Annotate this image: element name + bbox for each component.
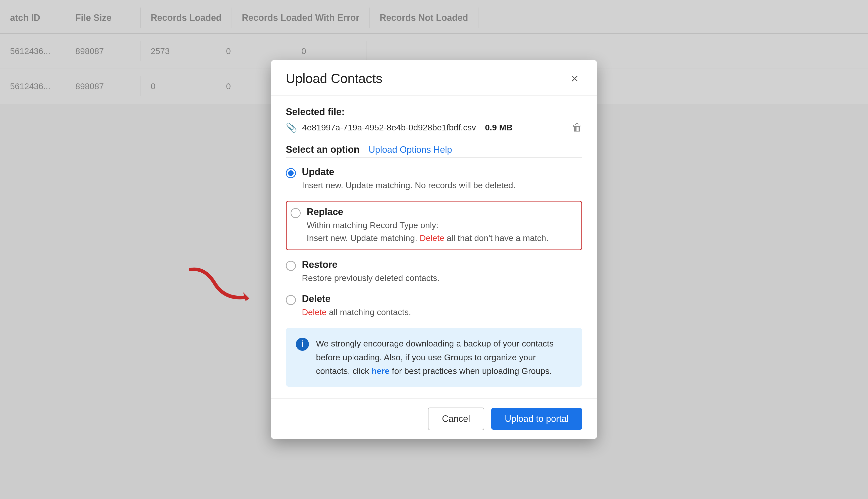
radio-restore-desc: Restore previously deleted contacts.	[302, 272, 439, 284]
radio-replace-content: Replace Within matching Record Type only…	[307, 207, 548, 244]
selected-file-label: Selected file:	[286, 107, 582, 117]
replace-delete-text: Delete	[420, 233, 444, 243]
modal-body: Selected file: 📎 4e81997a-719a-4952-8e4b…	[271, 96, 597, 398]
radio-option-restore[interactable]: Restore Restore previously deleted conta…	[286, 259, 582, 284]
modal-overlay: Upload Contacts × Selected file: 📎 4e819…	[0, 0, 868, 499]
radio-delete-content: Delete Delete all matching contacts.	[302, 293, 411, 319]
info-here-link[interactable]: here	[371, 366, 389, 376]
paperclip-icon: 📎	[286, 122, 297, 133]
modal-header: Upload Contacts ×	[271, 60, 597, 96]
arrow-annotation	[185, 265, 261, 306]
radio-update-content: Update Insert new. Update matching. No r…	[302, 167, 516, 192]
info-box: i We strongly encourage downloading a ba…	[286, 328, 582, 387]
upload-options-help-link[interactable]: Upload Options Help	[369, 145, 452, 155]
select-option-row: Select an option Upload Options Help	[286, 144, 582, 155]
radio-delete-desc: Delete all matching contacts.	[302, 306, 411, 319]
radio-delete[interactable]	[286, 295, 296, 305]
radio-replace-title: Replace	[307, 207, 548, 217]
file-name: 4e81997a-719a-4952-8e4b-0d928be1fbdf.csv	[302, 123, 476, 132]
replace-desc-line2: Insert new. Update matching.	[307, 233, 420, 243]
close-button[interactable]: ×	[567, 71, 582, 86]
svg-marker-0	[243, 292, 249, 301]
radio-restore-title: Restore	[302, 259, 439, 270]
select-option-label: Select an option	[286, 144, 359, 155]
radio-delete-title: Delete	[302, 293, 411, 304]
info-text-after: for best practices when uploading Groups…	[389, 366, 552, 376]
radio-restore-content: Restore Restore previously deleted conta…	[302, 259, 439, 284]
radio-option-replace[interactable]: Replace Within matching Record Type only…	[290, 207, 574, 244]
radio-update[interactable]	[286, 168, 296, 178]
delete-desc-after: all matching contacts.	[326, 307, 411, 317]
replace-desc-line3: all that don't have a match.	[444, 233, 548, 243]
divider	[286, 157, 582, 158]
delete-text: Delete	[302, 307, 326, 317]
upload-to-portal-button[interactable]: Upload to portal	[491, 408, 582, 430]
file-row: 📎 4e81997a-719a-4952-8e4b-0d928be1fbdf.c…	[286, 122, 582, 133]
radio-replace-desc: Within matching Record Type only: Insert…	[307, 219, 548, 244]
radio-update-title: Update	[302, 167, 516, 178]
info-icon: i	[296, 338, 309, 351]
radio-option-update[interactable]: Update Insert new. Update matching. No r…	[286, 167, 582, 192]
radio-restore[interactable]	[286, 261, 296, 271]
cancel-button[interactable]: Cancel	[428, 407, 484, 430]
radio-replace[interactable]	[290, 208, 301, 218]
info-text: We strongly encourage downloading a back…	[316, 337, 572, 378]
radio-update-desc: Insert new. Update matching. No records …	[302, 179, 516, 192]
radio-option-delete[interactable]: Delete Delete all matching contacts.	[286, 293, 582, 319]
file-size: 0.9 MB	[485, 123, 512, 132]
upload-contacts-modal: Upload Contacts × Selected file: 📎 4e819…	[271, 60, 597, 439]
replace-desc-line1: Within matching Record Type only:	[307, 220, 438, 230]
modal-title: Upload Contacts	[286, 71, 382, 86]
delete-file-button[interactable]: 🗑	[572, 122, 582, 133]
modal-footer: Cancel Upload to portal	[271, 398, 597, 439]
replace-option-box: Replace Within matching Record Type only…	[286, 201, 582, 250]
